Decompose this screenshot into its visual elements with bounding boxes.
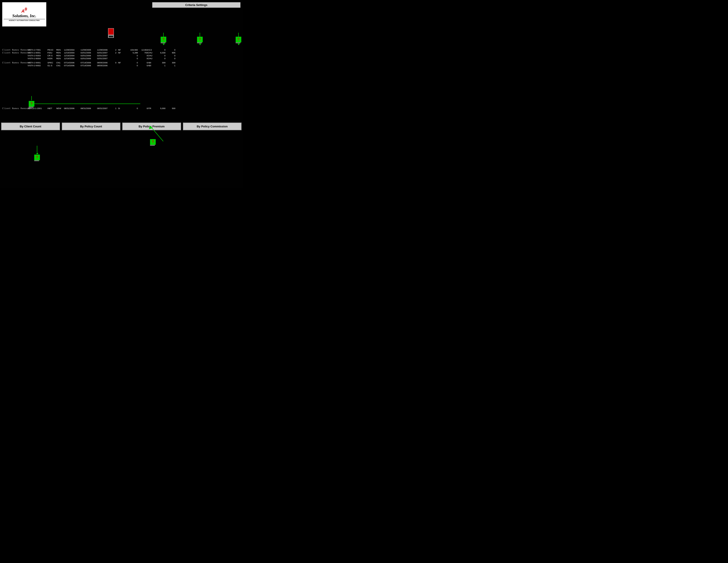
- document-icon[interactable]: [108, 28, 115, 36]
- type-4: KIDN: [47, 57, 56, 60]
- date1-5: 07/14/2006: [64, 61, 81, 64]
- qmark-box-3[interactable]: ?: [236, 37, 241, 42]
- co-2: CHU: [148, 51, 156, 54]
- policy-3: VISTA-2-5003: [28, 54, 47, 57]
- zero-client: Client Names Removed: [2, 107, 28, 109]
- logo-ab-text: AB: [21, 8, 27, 14]
- date2-2: 02/01/2006: [81, 51, 97, 54]
- date2-5: 07/14/2006: [81, 61, 97, 64]
- status-2: REN: [56, 51, 64, 54]
- data-table: Client Names Removed VISTA-2-7001 PEAO R…: [2, 49, 240, 67]
- arrow-down-2: [200, 33, 200, 37]
- logo-area: AB Solutions, Inc. AGENCY AUTOMATION CON…: [2, 2, 46, 26]
- val1-3: 0: [156, 54, 165, 57]
- arrow-head-right-zero: [29, 103, 30, 105]
- type-5: SPEC: [47, 61, 56, 64]
- type-1: PEAO: [47, 49, 56, 51]
- premium-4: 0: [124, 57, 138, 60]
- help-icon-1[interactable]: ?: [161, 33, 166, 43]
- date3-4: 02/01/2007: [97, 57, 114, 60]
- table-row: VISTA-2-5003 CR-S REN 12/16/2004 02/01/2…: [2, 54, 240, 57]
- date3-5: 08/05/2006: [97, 61, 114, 64]
- logo-solutions-text: Solutions, Inc.: [12, 14, 36, 18]
- policy-6: VISTA-2-9002: [28, 64, 47, 67]
- help-icon-3[interactable]: ?: [236, 33, 241, 43]
- arrow-down-3: [238, 33, 239, 37]
- zero-num1: 1: [114, 107, 118, 109]
- val2-4: 0: [165, 57, 175, 60]
- premium-5: 0: [124, 61, 138, 64]
- date2-4: 02/01/2006: [81, 57, 97, 60]
- zero-co: ITR: [148, 107, 156, 109]
- lower-qmark-box-2[interactable]: ?: [150, 139, 156, 145]
- commission-3: 0: [138, 54, 148, 57]
- bottom-buttons-row: By Client Count By Policy Count By Polic…: [1, 122, 242, 130]
- lower-help-icon-1[interactable]: ?: [34, 146, 40, 161]
- arrow-head-down-3: [238, 43, 240, 45]
- arrow-down-1: [163, 33, 164, 37]
- criteria-settings-header: Criteria Settings: [152, 2, 240, 8]
- arrow-head-down-1: [163, 43, 165, 45]
- type-2: FIDU: [47, 51, 56, 54]
- table-row: Client Names Removed VISTA-2-7001 PEAO R…: [2, 49, 240, 51]
- val2-3: 0: [165, 54, 175, 57]
- commission-4: 0: [138, 57, 148, 60]
- zero-data-row: Client Names Removed ZERO2-1-2001 INET N…: [2, 107, 175, 109]
- by-policy-count-button[interactable]: By Policy Count: [62, 122, 121, 130]
- val2-6: 1: [165, 64, 175, 67]
- qmark-box-2[interactable]: ?: [197, 37, 203, 42]
- val1-1: 0: [156, 49, 165, 51]
- help-icon-2[interactable]: ?: [197, 33, 203, 43]
- date2-6: 07/14/2006: [81, 64, 97, 67]
- co-6: ABI: [148, 64, 156, 67]
- lower-arrow-up: [37, 146, 37, 152]
- by-policy-commission-button[interactable]: By Policy Commission: [183, 122, 242, 130]
- co-5: ABI: [148, 61, 156, 64]
- premium-6: 0: [124, 64, 138, 67]
- num1-1: 2: [114, 49, 118, 51]
- premium-1: 104,582: [124, 49, 138, 51]
- qmark-base-2: [197, 42, 202, 43]
- zero-type: INET: [47, 107, 56, 109]
- num1-2: 2: [114, 51, 118, 54]
- policy-2: VISTA-2-8001: [28, 51, 47, 54]
- status-5: CN1: [56, 61, 64, 64]
- premium-3: 0: [124, 54, 138, 57]
- lower-help-icon-2[interactable]: ?: [150, 139, 156, 146]
- by-client-count-button[interactable]: By Client Count: [1, 122, 60, 130]
- co-3: CHU: [148, 54, 156, 57]
- zero-premium: 0: [124, 107, 138, 109]
- premium-2: 5,288: [124, 51, 138, 54]
- lower-qmark-box-1[interactable]: ?: [34, 154, 40, 160]
- table-row: VISTA-2-9002 GL-S CN1 07/14/2006 07/14/2…: [2, 64, 240, 67]
- zero-commission: 0: [138, 107, 148, 109]
- client-name-5: Client Names Removed: [2, 62, 28, 64]
- arrow-head-up-lower: [36, 152, 38, 154]
- type-3: CR-S: [47, 54, 56, 57]
- svg-marker-1: [149, 126, 153, 129]
- status-6: CN1: [56, 64, 64, 67]
- qmark-box-1[interactable]: ?: [161, 37, 166, 42]
- policy-4: VISTA-2-8004: [28, 57, 47, 60]
- commission-6: 0: [138, 64, 148, 67]
- flag-1: NF: [118, 49, 124, 51]
- date3-3: 02/01/2007: [97, 54, 114, 57]
- date3-2: 02/01/2007: [97, 51, 114, 54]
- zero-val2: 500: [165, 107, 175, 109]
- commission-2: 793: [138, 51, 148, 54]
- arrow-head-down-2: [199, 43, 201, 45]
- val2-1: 0: [165, 49, 175, 51]
- lower-qmark-base-2: [150, 145, 155, 146]
- flag-2: NF: [118, 51, 124, 54]
- status-4: REN: [56, 57, 64, 60]
- table-row: Client Names Removed VISTA-2-8001 FIDU R…: [2, 51, 240, 54]
- arrow-up-line: [31, 96, 32, 100]
- val1-6: 1: [156, 64, 165, 67]
- val2-2: 905: [165, 51, 175, 54]
- val1-4: 0: [156, 57, 165, 60]
- zero-date1: 08/31/2006: [64, 107, 81, 109]
- val1-2: 6,030: [156, 51, 165, 54]
- commission-1: 12,664: [138, 49, 148, 51]
- lower-qmark-base-1: [34, 160, 39, 161]
- zero-section-qmark[interactable]: ?: [29, 96, 140, 107]
